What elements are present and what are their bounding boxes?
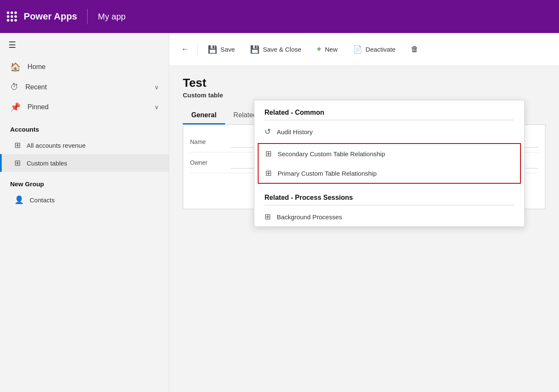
deactivate-button[interactable]: 📄 Deactivate <box>346 41 402 58</box>
sidebar-item-recent[interactable]: ⏱ Recent ∨ <box>0 77 169 97</box>
dropdown-item-secondary-custom[interactable]: ⊞ Secondary Custom Table Relationship <box>259 144 520 163</box>
app-name: Power Apps <box>24 11 77 22</box>
top-header: Power Apps My app <box>0 0 559 33</box>
deactivate-icon: 📄 <box>353 45 362 54</box>
secondary-custom-icon: ⊞ <box>265 149 272 158</box>
related-common-section-title: Related - Common <box>254 100 524 120</box>
pin-icon: 📌 <box>10 102 21 112</box>
dropdown-item-background-processes[interactable]: ⊞ Background Processes <box>254 207 524 226</box>
page-content: Test Custom table General Related Name O… <box>169 66 559 392</box>
sidebar-item-recent-label: Recent <box>25 83 148 91</box>
sidebar-item-pinned-label: Pinned <box>28 103 148 111</box>
tab-general[interactable]: General <box>183 107 225 124</box>
primary-custom-label: Primary Custom Table Relationship <box>278 170 377 177</box>
toolbar-separator-1 <box>197 43 198 56</box>
hamburger-menu-icon[interactable]: ☰ <box>0 33 169 57</box>
audit-history-label: Audit History <box>277 128 313 135</box>
related-dropdown-popup: Related - Common ↺ Audit History ⊞ Secon… <box>254 100 525 227</box>
app-subtitle: My app <box>98 12 126 22</box>
dropdown-item-primary-custom[interactable]: ⊞ Primary Custom Table Relationship <box>259 163 520 183</box>
save-close-icon: 💾 <box>250 45 259 54</box>
save-icon: 💾 <box>208 45 217 54</box>
back-button[interactable]: ← <box>176 41 194 57</box>
highlighted-relationships-group: ⊞ Secondary Custom Table Relationship ⊞ … <box>258 143 521 184</box>
related-process-divider <box>264 205 514 205</box>
waffle-icon[interactable] <box>7 11 17 22</box>
sidebar-item-pinned[interactable]: 📌 Pinned ∨ <box>0 97 169 117</box>
sidebar-item-contacts[interactable]: 👤 Contacts <box>0 191 169 209</box>
new-icon: + <box>317 44 322 54</box>
accounts-revenue-icon: ⊞ <box>14 141 21 150</box>
primary-custom-icon: ⊞ <box>265 168 272 178</box>
sidebar-item-home[interactable]: 🏠 Home <box>0 57 169 77</box>
owner-label: Owner <box>190 159 224 166</box>
save-button[interactable]: 💾 Save <box>201 41 242 58</box>
new-group-section-header: New Group <box>0 172 169 191</box>
secondary-custom-label: Secondary Custom Table Relationship <box>278 150 385 157</box>
dropdown-item-audit-history[interactable]: ↺ Audit History <box>254 122 524 141</box>
save-close-button[interactable]: 💾 Save & Close <box>243 41 308 58</box>
chevron-down-icon: ∨ <box>154 84 159 91</box>
recent-icon: ⏱ <box>10 82 19 92</box>
sidebar-item-all-accounts-revenue[interactable]: ⊞ All accounts revenue <box>0 136 169 154</box>
main-layout: ☰ 🏠 Home ⏱ Recent ∨ 📌 Pinned ∨ Accounts … <box>0 33 559 392</box>
save-close-label: Save & Close <box>263 46 301 53</box>
header-divider <box>87 9 88 24</box>
home-icon: 🏠 <box>10 62 21 72</box>
sidebar-item-all-accounts-label: All accounts revenue <box>27 142 85 149</box>
background-processes-icon: ⊞ <box>264 212 271 221</box>
related-common-divider <box>264 120 514 120</box>
background-processes-label: Background Processes <box>277 213 342 221</box>
chevron-down-icon-pinned: ∨ <box>154 104 159 110</box>
audit-history-icon: ↺ <box>264 127 271 136</box>
sidebar-item-custom-tables-label: Custom tables <box>27 160 67 167</box>
content-area: ← 💾 Save 💾 Save & Close + New 📄 Deactiva… <box>169 33 559 392</box>
deactivate-label: Deactivate <box>366 46 396 53</box>
sidebar-item-home-label: Home <box>28 63 159 71</box>
save-label: Save <box>220 46 235 53</box>
contacts-icon: 👤 <box>14 195 24 204</box>
record-subtitle: Custom table <box>183 91 545 99</box>
record-title: Test <box>183 76 545 90</box>
delete-button[interactable]: 🗑 <box>404 41 425 57</box>
name-label: Name <box>190 138 224 145</box>
custom-tables-icon: ⊞ <box>14 158 21 168</box>
sidebar-item-custom-tables[interactable]: ⊞ Custom tables <box>0 154 169 172</box>
sidebar: ☰ 🏠 Home ⏱ Recent ∨ 📌 Pinned ∨ Accounts … <box>0 33 169 392</box>
new-button[interactable]: + New <box>310 41 344 58</box>
delete-icon: 🗑 <box>411 45 419 54</box>
related-process-section-title: Related - Process Sessions <box>254 185 524 205</box>
new-label: New <box>325 46 338 53</box>
toolbar: ← 💾 Save 💾 Save & Close + New 📄 Deactiva… <box>169 33 559 66</box>
accounts-section-header: Accounts <box>0 117 169 136</box>
sidebar-item-contacts-label: Contacts <box>30 196 55 204</box>
